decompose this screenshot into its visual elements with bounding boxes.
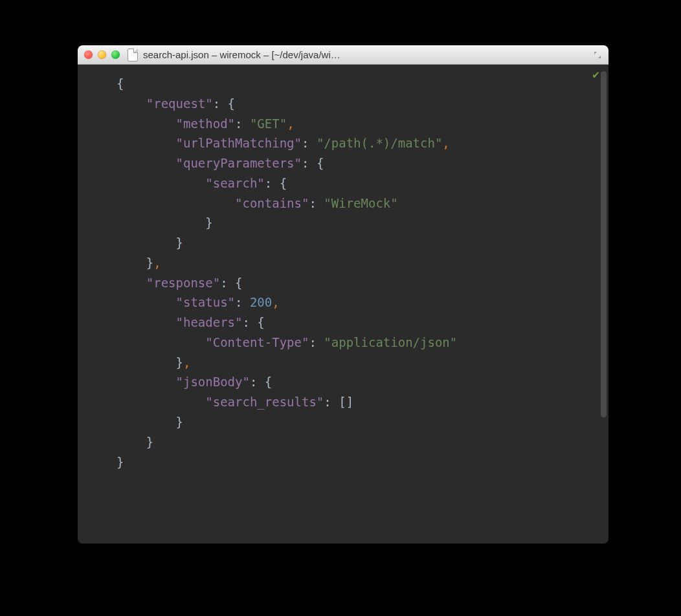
brace: }: [146, 435, 153, 449]
brace: {: [228, 96, 235, 111]
editor-window: search-api.json – wiremock – [~/dev/java…: [78, 45, 608, 544]
colon: :: [324, 395, 339, 409]
code-content[interactable]: { "request": { "method": "GET", "urlPath…: [78, 65, 608, 485]
brace: }: [176, 415, 183, 429]
val-contains: "WireMock": [324, 196, 397, 210]
minimize-icon[interactable]: [98, 50, 106, 59]
comma: ,: [183, 355, 190, 369]
key-search-results: "search_results": [205, 395, 324, 409]
colon: :: [309, 196, 324, 210]
brace: {: [265, 375, 272, 389]
key-queryparameters: "queryParameters": [176, 156, 302, 170]
key-method: "method": [176, 116, 236, 131]
brace: }: [176, 355, 183, 369]
key-content-type: "Content-Type": [205, 335, 309, 349]
scrollbar[interactable]: [601, 71, 607, 417]
key-headers: "headers": [176, 315, 243, 329]
colon: :: [242, 315, 257, 329]
val-method: "GET": [250, 116, 287, 131]
brace: {: [257, 315, 264, 329]
resize-icon[interactable]: [593, 50, 602, 60]
colon: :: [235, 295, 250, 309]
colon: :: [250, 375, 265, 389]
brace: }: [146, 256, 153, 270]
bracket: ]: [346, 395, 353, 409]
bracket: [: [339, 395, 346, 409]
comma: ,: [153, 256, 161, 270]
code-editor[interactable]: ✔ { "request": { "method": "GET", "urlPa…: [78, 65, 608, 544]
brace: {: [280, 176, 287, 190]
brace: {: [117, 76, 124, 91]
key-status: "status": [176, 295, 236, 309]
key-contains: "contains": [235, 196, 309, 210]
zoom-icon[interactable]: [111, 50, 120, 59]
brace: {: [235, 276, 242, 290]
comma: ,: [442, 136, 449, 150]
colon: :: [213, 96, 228, 111]
colon: :: [302, 136, 317, 150]
file-icon: [128, 49, 138, 61]
key-request: "request": [146, 96, 213, 111]
traffic-lights: [84, 50, 120, 59]
brace: }: [205, 215, 212, 230]
val-status: 200: [250, 295, 272, 309]
colon: :: [309, 335, 324, 349]
comma: ,: [287, 116, 294, 131]
titlebar[interactable]: search-api.json – wiremock – [~/dev/java…: [78, 45, 608, 65]
key-response: "response": [146, 276, 220, 290]
colon: :: [235, 116, 250, 131]
brace: }: [117, 455, 124, 469]
comma: ,: [272, 295, 279, 309]
brace: {: [317, 156, 324, 170]
key-search: "search": [205, 176, 265, 190]
close-icon[interactable]: [84, 50, 93, 59]
colon: :: [265, 176, 280, 190]
colon: :: [302, 156, 317, 170]
val-urlpathmatching: "/path(.*)/match": [317, 136, 442, 150]
key-urlpathmatching: "urlPathMatching": [176, 136, 302, 150]
status-ok-icon: ✔: [592, 69, 599, 80]
window-title: search-api.json – wiremock – [~/dev/java…: [143, 49, 588, 60]
brace: }: [176, 236, 183, 250]
key-jsonbody: "jsonBody": [176, 375, 250, 389]
val-content-type: "application/json": [324, 335, 457, 349]
colon: :: [220, 276, 235, 290]
